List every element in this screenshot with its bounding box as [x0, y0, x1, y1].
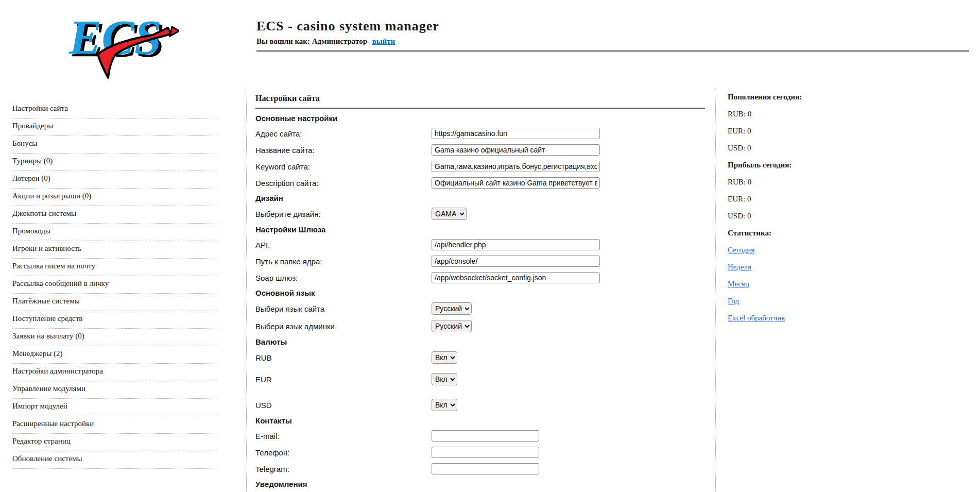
ecs-logo-graphic: ECS ECS — [61, 7, 179, 79]
site-name-input[interactable] — [432, 144, 600, 156]
section-gateway: Настройки Шлюза — [255, 225, 715, 234]
currency-eur-row: EUR Вкл — [255, 373, 715, 385]
phone-label: Телефон: — [255, 448, 432, 457]
site-language-row: Выбери язык сайта Русский — [255, 302, 715, 315]
sidebar: Настройки сайта Провайдеры Бонусы Турнир… — [12, 101, 218, 469]
admin-language-row: Выбери язык админки Русский — [255, 320, 715, 332]
api-input[interactable] — [432, 239, 600, 250]
stats-link-week[interactable]: Неделя — [728, 263, 751, 271]
currency-usd-row: USD Вкл — [255, 399, 715, 411]
email-input[interactable] — [432, 430, 539, 442]
sidebar-item-bonuses[interactable]: Бонусы — [12, 136, 218, 154]
site-language-label: Выбери язык сайта — [255, 304, 432, 313]
telegram-input[interactable] — [432, 463, 539, 474]
profit-usd: USD: 0 — [728, 212, 898, 220]
api-row: API: — [255, 239, 715, 250]
ecs-logo: ECS ECS — [61, 7, 179, 79]
section-design: Дизайн — [255, 194, 715, 202]
currency-rub-label: RUB — [255, 353, 432, 362]
stats-link-today[interactable]: Сегодня — [728, 246, 754, 254]
site-keyword-row: Keyword сайта: — [255, 161, 715, 172]
sidebar-item-providers[interactable]: Провайдеры — [12, 118, 218, 136]
sidebar-item-jackpots[interactable]: Джекпоты системы — [12, 206, 218, 224]
stats-link-month[interactable]: Месяц — [728, 280, 749, 288]
sidebar-item-site-settings[interactable]: Настройки сайта — [12, 101, 218, 118]
sidebar-item-advanced-settings[interactable]: Расширенные настройки — [12, 416, 218, 434]
currency-rub-row: RUB Вкл — [255, 351, 715, 364]
phone-input[interactable] — [432, 447, 539, 458]
soap-gateway-input[interactable] — [432, 272, 600, 283]
email-row: E-mail: — [255, 430, 715, 442]
deposits-usd: USD: 0 — [728, 144, 898, 152]
core-path-input[interactable] — [432, 256, 600, 267]
sidebar-item-lotteries[interactable]: Лотереи (0) — [12, 171, 218, 189]
site-keyword-input[interactable] — [432, 161, 600, 172]
design-select[interactable]: GAMA — [432, 208, 467, 220]
design-select-label: Выберите дизайн: — [255, 210, 432, 218]
sidebar-item-promocodes[interactable]: Промокоды — [12, 224, 218, 241]
sidebar-item-promotions[interactable]: Акции и розыгрыши (0) — [12, 189, 218, 206]
sidebar-item-payment-systems[interactable]: Платёжные системы — [12, 294, 218, 311]
phone-row: Телефон: — [255, 447, 715, 458]
sidebar-item-system-update[interactable]: Обновление системы — [12, 451, 218, 469]
admin-language-label: Выбери язык админки — [255, 322, 432, 331]
section-language: Основной язык — [255, 289, 715, 297]
api-label: API: — [255, 241, 432, 249]
profit-today-heading: Прибыль сегодня: — [728, 161, 898, 169]
app-title: ECS - casino system manager — [256, 19, 969, 34]
stats-panel: Пополнения сегодня: RUB: 0 EUR: 0 USD: 0… — [728, 93, 898, 331]
site-address-label: Адрес сайта: — [255, 129, 432, 138]
site-address-row: Адрес сайта: — [255, 128, 715, 139]
sidebar-item-email-broadcast[interactable]: Рассылка писем на почту — [12, 259, 218, 276]
sidebar-item-admin-settings[interactable]: Настройки администратора — [12, 364, 218, 381]
design-select-row: Выберите дизайн: GAMA — [255, 208, 715, 220]
login-status: Вы вошли как: Администратор — [256, 37, 367, 45]
admin-language-select[interactable]: Русский — [432, 320, 472, 332]
site-settings-panel: Настройки сайта Основные настройки Адрес… — [246, 89, 716, 492]
site-description-label: Description сайта: — [255, 179, 432, 188]
deposits-today-heading: Пополнения сегодня: — [728, 93, 898, 101]
site-description-row: Description сайта: — [255, 177, 715, 189]
telegram-label: Telegram: — [255, 465, 432, 473]
soap-gateway-row: Soap шлюз: — [255, 272, 715, 283]
panel-title: Настройки сайта — [255, 94, 715, 103]
sidebar-item-module-import[interactable]: Импорт модулей — [12, 399, 218, 416]
deposits-rub: RUB: 0 — [728, 110, 898, 118]
profit-rub: RUB: 0 — [728, 178, 898, 186]
core-path-label: Путь к папке ядра: — [255, 257, 432, 266]
sidebar-item-managers[interactable]: Менеджеры (2) — [12, 346, 218, 364]
profit-eur: EUR: 0 — [728, 195, 898, 203]
site-keyword-label: Keyword сайта: — [255, 162, 432, 171]
statistics-heading: Статистика: — [728, 229, 898, 237]
email-label: E-mail: — [255, 432, 432, 440]
sidebar-item-page-editor[interactable]: Редактор страниц — [12, 434, 218, 451]
section-basic-settings: Основные настройки — [255, 114, 715, 123]
section-notifications: Уведомления — [255, 480, 715, 488]
site-address-input[interactable] — [432, 128, 600, 139]
currency-eur-label: EUR — [255, 375, 432, 384]
currency-usd-select[interactable]: Вкл — [432, 399, 457, 411]
sidebar-item-tournaments[interactable]: Турниры (0) — [12, 154, 218, 171]
section-currencies: Валюты — [255, 337, 715, 346]
stats-link-year[interactable]: Год — [728, 297, 739, 305]
site-name-row: Название сайта: — [255, 144, 715, 156]
header-divider — [256, 50, 969, 52]
core-path-row: Путь к папке ядра: — [255, 256, 715, 267]
sidebar-item-incoming-funds[interactable]: Поступление средств — [12, 311, 218, 329]
telegram-row: Telegram: — [255, 463, 715, 474]
sidebar-item-payout-requests[interactable]: Заявки на выплату (0) — [12, 329, 218, 346]
currency-eur-select[interactable]: Вкл — [432, 373, 457, 385]
site-name-label: Название сайта: — [255, 146, 432, 155]
currency-rub-select[interactable]: Вкл — [432, 351, 457, 364]
site-description-input[interactable] — [432, 177, 600, 189]
site-language-select[interactable]: Русский — [432, 302, 472, 315]
stats-link-excel[interactable]: Excel обработчик — [728, 314, 785, 322]
sidebar-item-module-management[interactable]: Управление модулями — [12, 381, 218, 399]
section-contacts: Контакты — [255, 416, 715, 425]
soap-gateway-label: Soap шлюз: — [255, 274, 432, 282]
sidebar-item-pm-broadcast[interactable]: Рассылка сообщений в личку — [12, 276, 218, 294]
sidebar-item-players-activity[interactable]: Игроки и активность — [12, 241, 218, 259]
deposits-eur: EUR: 0 — [728, 127, 898, 135]
logout-link[interactable]: выйти — [372, 37, 395, 45]
currency-usd-label: USD — [255, 401, 432, 410]
